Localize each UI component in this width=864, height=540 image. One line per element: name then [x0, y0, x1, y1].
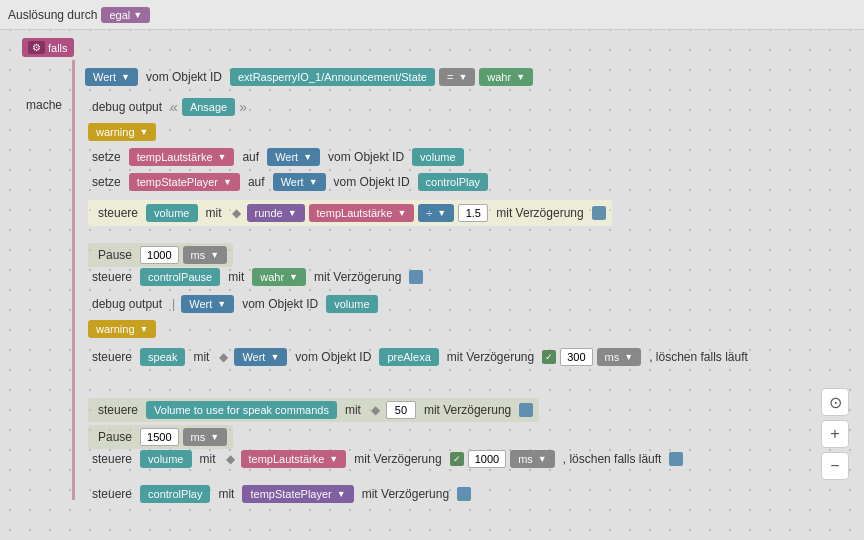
volume-pill-3[interactable]: volume	[140, 450, 191, 468]
top-bar: Auslösung durch egal ▼	[0, 0, 864, 30]
setze-row-2: setze tempStatePlayer ▼ auf Wert ▼ vom O…	[88, 173, 488, 191]
vom-label: vom Objekt ID	[142, 68, 226, 86]
falls-icon-inner: ⚙	[28, 41, 45, 54]
templautstärke-pill-2[interactable]: tempLautstärke ▼	[309, 204, 415, 222]
canvas: Auslösung durch egal ▼ ⚙ falls Wert ▼ vo…	[0, 0, 864, 540]
delay-check-7[interactable]	[457, 487, 471, 501]
tempstateplayer-val-pill[interactable]: tempStatePlayer ▼	[242, 485, 353, 503]
setze-row-1: setze tempLautstärke ▼ auf Wert ▼ vom Ob…	[88, 148, 464, 166]
warning-pill-2[interactable]: warning ▼	[88, 320, 156, 338]
ausloesung-label: Auslösung durch	[8, 8, 97, 22]
connector-line	[72, 60, 75, 500]
ms-input-2[interactable]: 1000	[468, 450, 506, 468]
tempstateplayer-pill[interactable]: tempStatePlayer ▼	[129, 173, 240, 191]
egal-badge[interactable]: egal ▼	[101, 7, 150, 23]
falls-row: ⚙ falls	[22, 38, 74, 57]
ms-input-1[interactable]: 300	[560, 348, 592, 366]
egal-label: egal	[109, 9, 130, 21]
block-area: ⚙ falls Wert ▼ vom Objekt ID extRasperry…	[0, 30, 864, 540]
templautstärke-pill[interactable]: tempLautstärke ▼	[129, 148, 235, 166]
vol-input-1[interactable]: 50	[386, 401, 416, 419]
warning-row-2: warning ▼	[88, 320, 156, 338]
wahr-pill[interactable]: wahr ▼	[479, 68, 533, 86]
delay-check-1[interactable]	[592, 206, 606, 220]
ms-pill-3[interactable]: ms ▼	[183, 428, 228, 446]
pause-input-1[interactable]: 1000	[140, 246, 178, 264]
zoom-out-btn[interactable]: −	[821, 452, 849, 480]
prealexa-pill[interactable]: preAlexa	[379, 348, 438, 366]
wert-pill-2[interactable]: Wert ▼	[267, 148, 320, 166]
debug-row-2: debug output | Wert ▼ vom Objekt ID volu…	[88, 295, 378, 313]
steuere-row-2: steuere controlPause mit wahr ▼ mit Verz…	[88, 268, 423, 286]
steuere-row-3: steuere speak mit ◆ Wert ▼ vom Objekt ID…	[88, 348, 752, 366]
wert-pill-3[interactable]: Wert ▼	[273, 173, 326, 191]
condition-row: Wert ▼ vom Objekt ID extRasperryIO_1/Ann…	[85, 68, 533, 86]
pause-input-2[interactable]: 1500	[140, 428, 178, 446]
steuere-row-1: steuere volume mit ◆ runde ▼ tempLautstä…	[88, 200, 612, 226]
steuere-row-6: steuere controlPlay mit tempStatePlayer …	[88, 485, 471, 503]
value-input-1[interactable]: 1.5	[458, 204, 488, 222]
controlplay-target-pill[interactable]: controlPlay	[140, 485, 210, 503]
delay-check-4[interactable]	[519, 403, 533, 417]
runde-pill[interactable]: runde ▼	[247, 204, 305, 222]
volume-target-pill[interactable]: volume	[146, 204, 197, 222]
warning-row-1: warning ▼	[88, 123, 156, 141]
speak-pill[interactable]: speak	[140, 348, 185, 366]
delay-check-2[interactable]	[409, 270, 423, 284]
falls-label: falls	[48, 42, 68, 54]
ms-pill-4[interactable]: ms ▼	[510, 450, 555, 468]
pause-row-1: Pause 1000 ms ▼	[88, 243, 233, 267]
steuere-row-5: steuere volume mit ◆ tempLautstärke ▼ mi…	[88, 450, 683, 468]
delay-check-3[interactable]: ✓	[542, 350, 556, 364]
equals-pill[interactable]: = ▼	[439, 68, 475, 86]
ansage-pill[interactable]: Ansage	[182, 98, 235, 116]
pause-row-2: Pause 1500 ms ▼	[88, 425, 233, 449]
side-controls: ⊙ + −	[821, 388, 849, 480]
div-op-pill[interactable]: ÷ ▼	[418, 204, 454, 222]
object-id-pill[interactable]: extRasperryIO_1/Announcement/State	[230, 68, 435, 86]
zoom-in-btn[interactable]: +	[821, 420, 849, 448]
volume-use-pill[interactable]: Volume to use for speak commands	[146, 401, 337, 419]
controlpause-pill[interactable]: controlPause	[140, 268, 220, 286]
wert-pill[interactable]: Wert ▼	[85, 68, 138, 86]
ms-pill-1[interactable]: ms ▼	[183, 246, 228, 264]
target-btn[interactable]: ⊙	[821, 388, 849, 416]
egal-arrow: ▼	[133, 10, 142, 20]
delay-check-6[interactable]	[669, 452, 683, 466]
falls-icon: ⚙ falls	[22, 38, 74, 57]
volume-pill-1[interactable]: volume	[412, 148, 463, 166]
controlplay-pill[interactable]: controlPlay	[418, 173, 488, 191]
wert-pill-4[interactable]: Wert ▼	[181, 295, 234, 313]
delay-check-5[interactable]: ✓	[450, 452, 464, 466]
mache-label: mache	[22, 98, 66, 112]
debug-row-1: debug output « Ansage »	[88, 98, 247, 116]
templautstärke-pill-3[interactable]: tempLautstärke ▼	[241, 450, 347, 468]
volume-pill-2[interactable]: volume	[326, 295, 377, 313]
steuere-row-4: steuere Volume to use for speak commands…	[88, 398, 539, 422]
wahr-pill-2[interactable]: wahr ▼	[252, 268, 306, 286]
wert-pill-5[interactable]: Wert ▼	[234, 348, 287, 366]
warning-pill-1[interactable]: warning ▼	[88, 123, 156, 141]
ms-pill-2[interactable]: ms ▼	[597, 348, 642, 366]
